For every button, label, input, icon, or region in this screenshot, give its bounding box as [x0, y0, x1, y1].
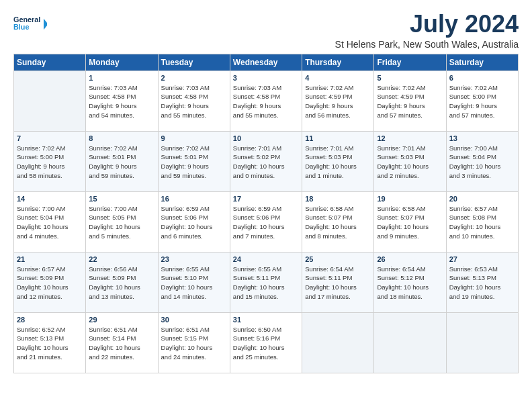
day-number: 6 [449, 74, 515, 82]
header-row: SundayMondayTuesdayWednesdayThursdayFrid… [14, 54, 519, 71]
header-cell-saturday: Saturday [446, 54, 518, 71]
day-number: 30 [161, 316, 227, 324]
day-info: Sunrise: 6:57 AM Sunset: 5:09 PM Dayligh… [17, 265, 83, 302]
logo-svg: General Blue [13, 11, 47, 38]
day-cell: 7Sunrise: 7:02 AM Sunset: 5:00 PM Daylig… [14, 131, 86, 191]
day-info: Sunrise: 6:53 AM Sunset: 5:13 PM Dayligh… [449, 265, 515, 302]
day-number: 9 [161, 134, 227, 142]
header-cell-thursday: Thursday [302, 54, 374, 71]
day-info: Sunrise: 6:58 AM Sunset: 5:07 PM Dayligh… [377, 204, 443, 241]
day-cell: 1Sunrise: 7:03 AM Sunset: 4:58 PM Daylig… [86, 71, 158, 131]
day-number: 4 [305, 74, 371, 82]
week-row-3: 14Sunrise: 7:00 AM Sunset: 5:04 PM Dayli… [14, 191, 519, 252]
header-cell-monday: Monday [86, 54, 158, 71]
day-number: 22 [89, 255, 154, 263]
day-cell: 15Sunrise: 7:00 AM Sunset: 5:05 PM Dayli… [86, 191, 158, 252]
svg-text:General: General [13, 15, 40, 24]
day-info: Sunrise: 7:03 AM Sunset: 4:58 PM Dayligh… [233, 83, 299, 120]
header-cell-sunday: Sunday [14, 54, 86, 71]
day-cell [374, 312, 446, 373]
day-cell: 24Sunrise: 6:55 AM Sunset: 5:11 PM Dayli… [230, 252, 302, 312]
day-cell: 16Sunrise: 6:59 AM Sunset: 5:06 PM Dayli… [158, 191, 230, 252]
day-info: Sunrise: 7:00 AM Sunset: 5:04 PM Dayligh… [449, 144, 515, 181]
day-cell [14, 71, 86, 131]
day-cell: 14Sunrise: 7:00 AM Sunset: 5:04 PM Dayli… [14, 191, 86, 252]
day-number: 13 [449, 134, 515, 142]
day-cell: 9Sunrise: 7:02 AM Sunset: 5:01 PM Daylig… [158, 131, 230, 191]
day-info: Sunrise: 7:02 AM Sunset: 5:01 PM Dayligh… [161, 144, 227, 181]
day-cell: 2Sunrise: 7:03 AM Sunset: 4:58 PM Daylig… [158, 71, 230, 131]
day-cell [302, 312, 374, 373]
day-info: Sunrise: 6:51 AM Sunset: 5:15 PM Dayligh… [161, 325, 227, 362]
day-info: Sunrise: 6:55 AM Sunset: 5:10 PM Dayligh… [161, 265, 227, 302]
day-cell: 17Sunrise: 6:59 AM Sunset: 5:06 PM Dayli… [230, 191, 302, 252]
day-info: Sunrise: 6:52 AM Sunset: 5:13 PM Dayligh… [17, 325, 83, 362]
day-cell: 3Sunrise: 7:03 AM Sunset: 4:58 PM Daylig… [230, 71, 302, 131]
day-cell: 31Sunrise: 6:50 AM Sunset: 5:16 PM Dayli… [230, 312, 302, 373]
day-info: Sunrise: 7:02 AM Sunset: 4:59 PM Dayligh… [305, 83, 371, 120]
day-info: Sunrise: 7:02 AM Sunset: 5:01 PM Dayligh… [89, 144, 154, 181]
day-number: 2 [161, 74, 227, 82]
day-cell: 25Sunrise: 6:54 AM Sunset: 5:11 PM Dayli… [302, 252, 374, 312]
day-number: 25 [305, 255, 371, 263]
day-info: Sunrise: 6:59 AM Sunset: 5:06 PM Dayligh… [233, 204, 299, 241]
day-number: 27 [449, 255, 515, 263]
logo: General Blue [13, 11, 47, 38]
day-info: Sunrise: 6:55 AM Sunset: 5:11 PM Dayligh… [233, 265, 299, 302]
day-cell: 22Sunrise: 6:56 AM Sunset: 5:09 PM Dayli… [86, 252, 158, 312]
day-info: Sunrise: 6:54 AM Sunset: 5:12 PM Dayligh… [377, 265, 443, 302]
day-cell: 27Sunrise: 6:53 AM Sunset: 5:13 PM Dayli… [446, 252, 518, 312]
day-number: 7 [17, 134, 83, 142]
day-info: Sunrise: 7:01 AM Sunset: 5:03 PM Dayligh… [305, 144, 371, 181]
day-info: Sunrise: 7:01 AM Sunset: 5:03 PM Dayligh… [377, 144, 443, 181]
day-cell: 11Sunrise: 7:01 AM Sunset: 5:03 PM Dayli… [302, 131, 374, 191]
day-number: 28 [17, 316, 83, 324]
day-cell: 12Sunrise: 7:01 AM Sunset: 5:03 PM Dayli… [374, 131, 446, 191]
header-cell-wednesday: Wednesday [230, 54, 302, 71]
day-info: Sunrise: 7:00 AM Sunset: 5:05 PM Dayligh… [89, 204, 154, 241]
day-number: 8 [89, 134, 154, 142]
day-number: 24 [233, 255, 299, 263]
day-cell: 26Sunrise: 6:54 AM Sunset: 5:12 PM Dayli… [374, 252, 446, 312]
month-title: July 2024 [335, 11, 519, 38]
week-row-4: 21Sunrise: 6:57 AM Sunset: 5:09 PM Dayli… [14, 252, 519, 312]
day-cell: 18Sunrise: 6:58 AM Sunset: 5:07 PM Dayli… [302, 191, 374, 252]
day-cell: 20Sunrise: 6:57 AM Sunset: 5:08 PM Dayli… [446, 191, 518, 252]
day-info: Sunrise: 6:51 AM Sunset: 5:14 PM Dayligh… [89, 325, 154, 362]
day-number: 21 [17, 255, 83, 263]
day-info: Sunrise: 6:58 AM Sunset: 5:07 PM Dayligh… [305, 204, 371, 241]
day-cell: 10Sunrise: 7:01 AM Sunset: 5:02 PM Dayli… [230, 131, 302, 191]
page-header: General Blue July 2024 St Helens Park, N… [13, 11, 519, 50]
day-cell [446, 312, 518, 373]
header-cell-tuesday: Tuesday [158, 54, 230, 71]
day-info: Sunrise: 6:50 AM Sunset: 5:16 PM Dayligh… [233, 325, 299, 362]
day-number: 12 [377, 134, 443, 142]
day-number: 15 [89, 195, 154, 203]
day-info: Sunrise: 6:57 AM Sunset: 5:08 PM Dayligh… [449, 204, 515, 241]
day-number: 16 [161, 195, 227, 203]
day-cell: 5Sunrise: 7:02 AM Sunset: 4:59 PM Daylig… [374, 71, 446, 131]
title-block: July 2024 St Helens Park, New South Wale… [335, 11, 519, 50]
day-cell: 8Sunrise: 7:02 AM Sunset: 5:01 PM Daylig… [86, 131, 158, 191]
day-number: 26 [377, 255, 443, 263]
day-info: Sunrise: 7:01 AM Sunset: 5:02 PM Dayligh… [233, 144, 299, 181]
day-info: Sunrise: 6:59 AM Sunset: 5:06 PM Dayligh… [161, 204, 227, 241]
day-cell: 23Sunrise: 6:55 AM Sunset: 5:10 PM Dayli… [158, 252, 230, 312]
day-number: 5 [377, 74, 443, 82]
day-number: 20 [449, 195, 515, 203]
calendar-table: SundayMondayTuesdayWednesdayThursdayFrid… [13, 54, 519, 373]
svg-text:Blue: Blue [13, 23, 29, 31]
day-cell: 19Sunrise: 6:58 AM Sunset: 5:07 PM Dayli… [374, 191, 446, 252]
day-cell: 30Sunrise: 6:51 AM Sunset: 5:15 PM Dayli… [158, 312, 230, 373]
day-cell: 28Sunrise: 6:52 AM Sunset: 5:13 PM Dayli… [14, 312, 86, 373]
day-cell: 21Sunrise: 6:57 AM Sunset: 5:09 PM Dayli… [14, 252, 86, 312]
day-number: 14 [17, 195, 83, 203]
svg-marker-2 [44, 19, 47, 30]
day-cell: 6Sunrise: 7:02 AM Sunset: 5:00 PM Daylig… [446, 71, 518, 131]
day-info: Sunrise: 7:02 AM Sunset: 4:59 PM Dayligh… [377, 83, 443, 120]
day-number: 19 [377, 195, 443, 203]
day-number: 17 [233, 195, 299, 203]
day-cell: 4Sunrise: 7:02 AM Sunset: 4:59 PM Daylig… [302, 71, 374, 131]
day-number: 29 [89, 316, 154, 324]
day-number: 11 [305, 134, 371, 142]
